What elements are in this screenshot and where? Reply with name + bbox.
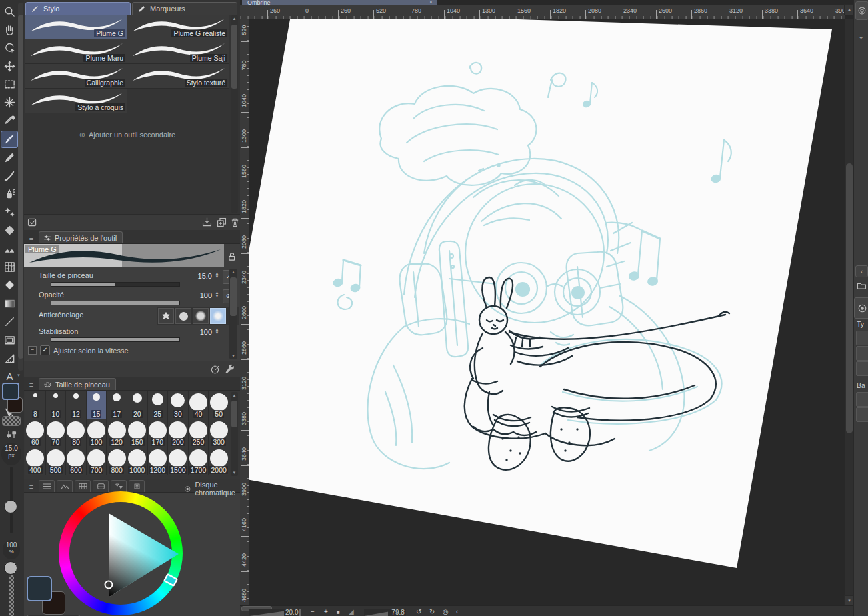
preset-stylo-texturé[interactable]: Stylo texturé bbox=[127, 64, 229, 89]
stopwatch-icon[interactable] bbox=[209, 363, 221, 375]
brush-size-600[interactable]: 600 bbox=[66, 447, 87, 475]
brush-size-800[interactable]: 800 bbox=[107, 447, 127, 475]
props-scroll-down-icon[interactable]: ▼ bbox=[229, 354, 237, 358]
airbrush-tool[interactable] bbox=[1, 185, 18, 203]
preset-stylo-à-croquis[interactable]: Stylo à croquis bbox=[25, 89, 127, 113]
opacity-slider-knob[interactable] bbox=[4, 561, 17, 575]
toolbar-scroll-down-icon[interactable]: ▼ bbox=[15, 372, 23, 379]
marquee-tool[interactable] bbox=[1, 76, 18, 93]
size-scroll-down-icon[interactable]: ▼ bbox=[231, 471, 238, 475]
brush-size-17[interactable]: 17 bbox=[107, 391, 127, 419]
tool-property-menu-icon[interactable]: ≡ bbox=[25, 233, 37, 243]
brush-size-30[interactable]: 30 bbox=[168, 391, 189, 419]
brush-size-70[interactable]: 70 bbox=[46, 419, 67, 447]
move-tool[interactable] bbox=[1, 57, 18, 75]
brush-size-40[interactable]: 40 bbox=[189, 391, 209, 419]
transparent-color-swatch[interactable] bbox=[2, 416, 21, 426]
subtool-scrollbar-thumb[interactable] bbox=[231, 25, 237, 89]
auto-select-tool[interactable] bbox=[1, 94, 18, 111]
size-scroll-up-icon[interactable]: ▲ bbox=[231, 393, 238, 397]
props-scroll-up-icon[interactable]: ▲ bbox=[229, 270, 237, 274]
brush-size-1000[interactable]: 1000 bbox=[127, 447, 148, 475]
toolbar-scrollbar-thumb[interactable] bbox=[18, 15, 23, 359]
preset-calligraphie[interactable]: Calligraphie bbox=[25, 64, 127, 89]
canvas-document[interactable] bbox=[249, 19, 845, 605]
antialias-medium-button[interactable] bbox=[193, 308, 209, 324]
liquify-tool[interactable] bbox=[1, 258, 18, 275]
lock-icon[interactable] bbox=[227, 251, 237, 261]
dock-folder-icon[interactable] bbox=[857, 281, 867, 290]
pencil-tool[interactable] bbox=[1, 149, 18, 166]
brush-size-param-value[interactable]: 15.0 bbox=[185, 272, 212, 280]
brush-size-400[interactable]: 400 bbox=[25, 447, 46, 475]
antialias-weak-button[interactable] bbox=[175, 308, 191, 324]
gradient-tool[interactable] bbox=[1, 295, 18, 312]
brush-size-12[interactable]: 12 bbox=[66, 391, 87, 419]
brush-size-8[interactable]: 8 bbox=[25, 391, 46, 419]
brush-size-200[interactable]: 200 bbox=[168, 419, 189, 447]
opacity-badge[interactable]: 100 % bbox=[3, 540, 20, 559]
decoration-tool[interactable] bbox=[1, 203, 18, 221]
frame-tool[interactable] bbox=[1, 331, 18, 349]
eraser-tool[interactable] bbox=[1, 222, 18, 239]
dock-button[interactable] bbox=[856, 331, 868, 345]
slider-mode-icon[interactable] bbox=[4, 430, 19, 439]
brush-size-60[interactable]: 60 bbox=[25, 419, 46, 447]
opacity-param-slider[interactable] bbox=[51, 301, 180, 305]
stabilization-param-slider[interactable] bbox=[51, 337, 180, 342]
brush-size-badge[interactable]: 15.0 px bbox=[1, 443, 21, 465]
navigator-icon[interactable]: ◢ bbox=[349, 608, 354, 615]
props-scrollbar[interactable]: ▲ ▼ bbox=[229, 269, 237, 359]
opacity-spinner[interactable]: ▲▼ bbox=[214, 290, 220, 299]
brush-size-120[interactable]: 120 bbox=[107, 419, 127, 447]
subtool-tab-stylo[interactable]: Stylo bbox=[25, 2, 131, 15]
brush-size-100[interactable]: 100 bbox=[87, 419, 107, 447]
hue-selector[interactable] bbox=[164, 574, 177, 585]
brush-size-1200[interactable]: 1200 bbox=[148, 447, 169, 475]
collapse-statusbar-button[interactable]: ‹ bbox=[456, 608, 458, 615]
foreground-color-swatch[interactable] bbox=[2, 383, 19, 400]
brush-size-250[interactable]: 250 bbox=[189, 419, 209, 447]
brush-size-80[interactable]: 80 bbox=[66, 419, 87, 447]
opacity-param-value[interactable]: 100 bbox=[185, 291, 212, 299]
stabilization-param-value[interactable]: 100 bbox=[185, 328, 212, 336]
brush-size-slider-knob[interactable] bbox=[4, 500, 17, 513]
zoom-in-button[interactable]: + bbox=[324, 608, 328, 615]
brush-size-1700[interactable]: 1700 bbox=[189, 447, 209, 475]
brush-size-500[interactable]: 500 bbox=[46, 447, 67, 475]
subtool-scroll-up-icon[interactable]: ▲ bbox=[231, 17, 238, 21]
antialias-strong-button[interactable] bbox=[210, 308, 226, 324]
dock-button[interactable] bbox=[856, 361, 868, 376]
brush-size-150[interactable]: 150 bbox=[127, 419, 148, 447]
brush-size-spinner[interactable]: ▲▼ bbox=[214, 271, 220, 280]
brush-size-tab[interactable]: Taille de pinceau bbox=[39, 378, 116, 390]
tool-property-tab[interactable]: Propriétés de l'outil bbox=[39, 231, 123, 243]
canvas-vertical-scrollbar[interactable] bbox=[845, 19, 853, 605]
import-subtool-icon[interactable] bbox=[201, 217, 213, 228]
brush-size-700[interactable]: 700 bbox=[87, 447, 107, 475]
brush-tool[interactable] bbox=[1, 167, 18, 185]
dock-collapse-icon[interactable]: ‹ bbox=[855, 265, 868, 277]
subtool-tab-marqueurs[interactable]: Marqueurs bbox=[132, 2, 237, 15]
preset-plume-g[interactable]: Plume G bbox=[25, 15, 127, 39]
hand-tool[interactable] bbox=[1, 21, 18, 38]
paper[interactable] bbox=[249, 19, 832, 568]
collapse-speed-icon[interactable]: − bbox=[28, 346, 37, 355]
size-scrollbar[interactable]: ▲ ▼ bbox=[231, 392, 238, 476]
fill-tool[interactable] bbox=[1, 277, 18, 294]
stabilization-spinner[interactable]: ▲▼ bbox=[214, 327, 220, 336]
dock-button[interactable] bbox=[856, 392, 868, 407]
material-palette-icon[interactable] bbox=[855, 1, 868, 20]
zoom-value[interactable]: 20.0 bbox=[284, 609, 299, 616]
pen-tool[interactable] bbox=[1, 131, 18, 148]
rotate-cw-button[interactable]: ↻ bbox=[429, 608, 435, 615]
brush-size-170[interactable]: 170 bbox=[148, 419, 169, 447]
brush-size-50[interactable]: 50 bbox=[209, 391, 229, 419]
wrench-icon[interactable] bbox=[224, 363, 235, 375]
delete-subtool-icon[interactable] bbox=[229, 217, 241, 228]
dock-chevron-icon[interactable]: ⌄ bbox=[858, 32, 864, 41]
figure-tool[interactable] bbox=[1, 349, 18, 367]
opacity-slider-track[interactable] bbox=[9, 575, 14, 616]
reset-view-button[interactable]: ◎ bbox=[443, 608, 449, 615]
brush-size-menu-icon[interactable]: ≡ bbox=[25, 379, 37, 390]
